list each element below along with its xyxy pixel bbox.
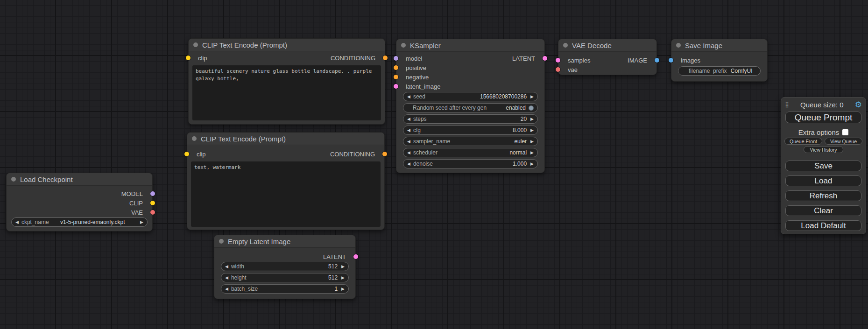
increment-arrow-icon[interactable]: ▶ — [530, 151, 534, 155]
scheduler-widget[interactable]: ◀ scheduler normal ▶ — [403, 148, 538, 157]
steps-widget[interactable]: ◀ steps 20 ▶ — [403, 114, 538, 124]
samples-input-dot[interactable] — [556, 58, 560, 63]
widget-value: ComfyUI — [727, 68, 756, 74]
save-button[interactable]: Save — [785, 161, 861, 171]
positive-prompt-text[interactable]: beautiful scenery nature glass bottle la… — [192, 65, 381, 120]
decrement-arrow-icon[interactable]: ◀ — [15, 220, 19, 224]
negative-prompt-text[interactable]: text, watermark — [191, 161, 381, 227]
node-empty-latent-image[interactable]: Empty Latent Image LATENT ◀ width 512 ▶ … — [214, 235, 356, 299]
node-header[interactable]: Empty Latent Image — [214, 235, 355, 248]
node-clip-text-encode-negative[interactable]: CLIP Text Encode (Prompt) clip CONDITION… — [187, 132, 385, 230]
vae-output-dot[interactable] — [150, 210, 155, 215]
widget-value: enabled — [506, 105, 526, 111]
collapse-dot-icon[interactable] — [192, 136, 197, 141]
node-header[interactable]: CLIP Text Encode (Prompt) — [187, 133, 384, 145]
widget-value: 8.000 — [513, 127, 527, 133]
slot-row: clip CONDITIONING — [187, 149, 384, 159]
output-slot-model: MODEL — [7, 189, 152, 198]
widget-label: cfg — [413, 127, 421, 133]
decrement-arrow-icon[interactable]: ◀ — [225, 276, 228, 280]
queue-prompt-button[interactable]: Queue Prompt — [785, 112, 861, 123]
drag-handle-icon[interactable]: ⣿ — [785, 102, 789, 107]
cfg-widget[interactable]: ◀ cfg 8.000 ▶ — [403, 126, 538, 135]
images-input-dot[interactable] — [669, 58, 673, 63]
refresh-button[interactable]: Refresh — [785, 190, 861, 201]
clear-button[interactable]: Clear — [785, 205, 861, 216]
node-title: CLIP Text Encode (Prompt) — [201, 135, 286, 143]
collapse-dot-icon[interactable] — [676, 43, 681, 48]
node-clip-text-encode-positive[interactable]: CLIP Text Encode (Prompt) clip CONDITION… — [188, 38, 385, 125]
load-button[interactable]: Load — [785, 175, 861, 186]
height-widget[interactable]: ◀ height 512 ▶ — [221, 273, 349, 282]
node-graph-canvas[interactable]: Load Checkpoint MODEL CLIP VAE ◀ ckpt_na… — [0, 0, 868, 329]
sampler-name-widget[interactable]: ◀ sampler_name euler ▶ — [403, 137, 538, 146]
load-default-button[interactable]: Load Default — [785, 220, 861, 231]
negative-input-dot[interactable] — [394, 75, 398, 79]
conditioning-output-dot[interactable] — [382, 152, 387, 156]
filename-prefix-widget[interactable]: filename_prefix ComfyUI — [678, 66, 761, 76]
decrement-arrow-icon[interactable]: ◀ — [407, 140, 410, 144]
extra-options-checkbox[interactable] — [842, 129, 848, 135]
increment-arrow-icon[interactable]: ▶ — [341, 276, 345, 280]
node-header[interactable]: CLIP Text Encode (Prompt) — [189, 39, 385, 51]
slot-label: positive — [406, 64, 426, 71]
node-header[interactable]: Load Checkpoint — [7, 173, 152, 186]
clip-input-dot[interactable] — [186, 56, 191, 60]
model-input-dot[interactable] — [394, 56, 398, 61]
view-history-button[interactable]: View History — [804, 146, 843, 153]
batch-size-widget[interactable]: ◀ batch_size 1 ▶ — [221, 284, 349, 294]
node-vae-decode[interactable]: VAE Decode samples IMAGE vae — [558, 39, 657, 75]
latent-output-dot[interactable] — [353, 254, 358, 259]
widget-label: width — [231, 263, 244, 270]
node-header[interactable]: Save Image — [671, 39, 767, 52]
seed-widget[interactable]: ◀ seed 156680208700286 ▶ — [403, 92, 538, 101]
collapse-dot-icon[interactable] — [219, 239, 224, 244]
decrement-arrow-icon[interactable]: ◀ — [225, 287, 228, 291]
image-output-dot[interactable] — [655, 58, 659, 63]
increment-arrow-icon[interactable]: ▶ — [341, 287, 345, 291]
node-header[interactable]: VAE Decode — [558, 39, 656, 52]
random-seed-toggle-widget[interactable]: Random seed after every gen enabled — [403, 103, 538, 112]
node-header[interactable]: KSampler — [396, 39, 544, 52]
collapse-dot-icon[interactable] — [401, 43, 406, 48]
increment-arrow-icon[interactable]: ▶ — [530, 117, 534, 121]
node-load-checkpoint[interactable]: Load Checkpoint MODEL CLIP VAE ◀ ckpt_na… — [6, 173, 153, 231]
positive-input-dot[interactable] — [394, 65, 398, 70]
toggle-circle-icon[interactable] — [529, 105, 534, 111]
collapse-dot-icon[interactable] — [11, 177, 16, 182]
denoise-widget[interactable]: ◀ denoise 1.000 ▶ — [403, 159, 538, 168]
node-ksampler[interactable]: KSampler model LATENT positive negative … — [396, 39, 545, 173]
view-queue-button[interactable]: View Queue — [825, 138, 862, 145]
settings-gear-icon[interactable]: ⚙ — [855, 101, 862, 109]
slot-label: images — [681, 57, 700, 64]
increment-arrow-icon[interactable]: ▶ — [341, 265, 345, 269]
increment-arrow-icon[interactable]: ▶ — [530, 95, 534, 99]
increment-arrow-icon[interactable]: ▶ — [140, 220, 143, 224]
ckpt-name-widget[interactable]: ◀ ckpt_name v1-5-pruned-emaonly.ckpt ▶ — [11, 217, 148, 227]
decrement-arrow-icon[interactable]: ◀ — [407, 95, 410, 99]
increment-arrow-icon[interactable]: ▶ — [530, 140, 534, 144]
latent-image-input-dot[interactable] — [394, 84, 398, 89]
widget-label: steps — [413, 116, 427, 122]
widget-value: 512 — [328, 274, 338, 281]
increment-arrow-icon[interactable]: ▶ — [530, 128, 534, 133]
vae-input-dot[interactable] — [556, 67, 560, 72]
decrement-arrow-icon[interactable]: ◀ — [407, 151, 410, 155]
increment-arrow-icon[interactable]: ▶ — [530, 162, 534, 166]
latent-output-dot[interactable] — [543, 56, 547, 61]
model-output-dot[interactable] — [150, 191, 155, 196]
queue-front-button[interactable]: Queue Front — [784, 138, 822, 145]
decrement-arrow-icon[interactable]: ◀ — [407, 162, 410, 166]
node-save-image[interactable]: Save Image images filename_prefix ComfyU… — [671, 39, 768, 82]
clip-input-dot[interactable] — [184, 152, 189, 156]
conditioning-output-dot[interactable] — [383, 56, 388, 60]
collapse-dot-icon[interactable] — [563, 43, 568, 48]
clip-output-dot[interactable] — [150, 201, 155, 205]
input-slot-images: images — [671, 56, 767, 65]
collapse-dot-icon[interactable] — [193, 42, 198, 47]
decrement-arrow-icon[interactable]: ◀ — [225, 265, 228, 269]
decrement-arrow-icon[interactable]: ◀ — [407, 117, 410, 121]
widget-label: batch_size — [231, 286, 258, 292]
width-widget[interactable]: ◀ width 512 ▶ — [221, 262, 349, 271]
decrement-arrow-icon[interactable]: ◀ — [407, 128, 410, 133]
